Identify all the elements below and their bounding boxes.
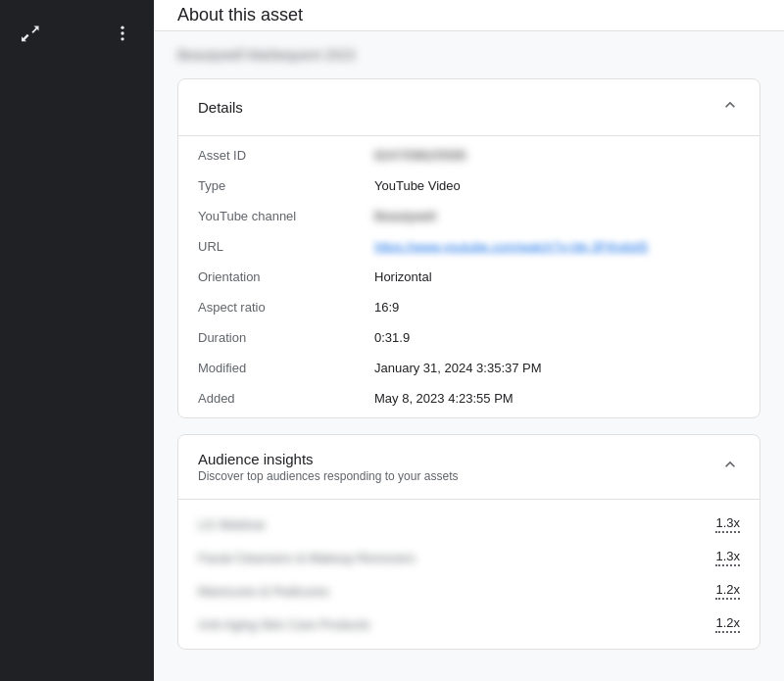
detail-label: Added bbox=[198, 391, 374, 406]
panel-header: About this asset bbox=[154, 0, 784, 31]
audience-collapse-icon[interactable] bbox=[720, 455, 740, 479]
audience-card-header: Audience insights Discover top audiences… bbox=[178, 435, 760, 500]
sidebar bbox=[0, 0, 154, 681]
audience-item-value: 1.2x bbox=[715, 582, 740, 600]
audience-item-label: Anti-Aging Skin Care Products bbox=[198, 617, 370, 632]
details-card-header: Details bbox=[178, 79, 760, 136]
detail-label: Modified bbox=[198, 361, 374, 375]
audience-item-label: Facial Cleansers & Makeup Removers bbox=[198, 551, 416, 565]
detail-label: Duration bbox=[198, 330, 374, 345]
detail-row: URLhttps://www.youtube.com/watch?v=bk-3P… bbox=[178, 231, 760, 262]
audience-row: LG Webinar1.3x bbox=[178, 508, 760, 541]
audience-item-label: LG Webinar bbox=[198, 517, 266, 532]
detail-row: AddedMay 8, 2023 4:23:55 PM bbox=[178, 383, 760, 413]
audience-row: Manicures & Pedicures1.2x bbox=[178, 574, 760, 608]
svg-point-0 bbox=[121, 26, 123, 29]
detail-label: URL bbox=[198, 239, 374, 254]
detail-label: Aspect ratio bbox=[198, 300, 374, 315]
panel-title: About this asset bbox=[177, 5, 303, 25]
audience-item-value: 1.3x bbox=[715, 515, 740, 533]
detail-value[interactable]: https://www.youtube.com/watch?v=bk-3P4nd… bbox=[374, 239, 740, 254]
svg-point-2 bbox=[121, 37, 123, 40]
audience-card: Audience insights Discover top audiences… bbox=[177, 434, 760, 650]
detail-label: YouTube channel bbox=[198, 209, 374, 223]
detail-row: TypeYouTube Video bbox=[178, 170, 760, 201]
detail-value: 16:9 bbox=[374, 300, 740, 315]
audience-item-value: 1.2x bbox=[715, 615, 740, 633]
detail-row: Aspect ratio16:9 bbox=[178, 292, 760, 322]
detail-row: OrientationHorizontal bbox=[178, 262, 760, 292]
detail-label: Type bbox=[198, 178, 374, 193]
audience-subtitle: Discover top audiences responding to you… bbox=[198, 469, 458, 483]
details-collapse-icon[interactable] bbox=[720, 95, 740, 120]
detail-label: Asset ID bbox=[198, 148, 374, 163]
audience-row: Facial Cleansers & Makeup Removers1.3x bbox=[178, 541, 760, 574]
sidebar-toolbar bbox=[0, 10, 154, 57]
detail-value: Beautywell bbox=[374, 209, 740, 223]
details-card: Details Asset ID8247/5962/5595TypeYouTub… bbox=[177, 78, 760, 418]
detail-value: Horizontal bbox=[374, 269, 740, 284]
detail-value: January 31, 2024 3:35:37 PM bbox=[374, 361, 740, 375]
audience-list: LG Webinar1.3xFacial Cleansers & Makeup … bbox=[178, 500, 760, 649]
detail-row: YouTube channelBeautywell bbox=[178, 201, 760, 231]
details-title: Details bbox=[198, 99, 243, 116]
audience-row: Anti-Aging Skin Care Products1.2x bbox=[178, 608, 760, 641]
audience-item-label: Manicures & Pedicures bbox=[198, 584, 329, 599]
detail-row: ModifiedJanuary 31, 2024 3:35:37 PM bbox=[178, 353, 760, 383]
audience-item-value: 1.3x bbox=[715, 549, 740, 566]
audience-title: Audience insights bbox=[198, 451, 458, 467]
detail-value: YouTube Video bbox=[374, 178, 740, 193]
details-table: Asset ID8247/5962/5595TypeYouTube VideoY… bbox=[178, 136, 760, 417]
more-options-button[interactable] bbox=[107, 18, 138, 49]
detail-value: May 8, 2023 4:23:55 PM bbox=[374, 391, 740, 406]
detail-label: Orientation bbox=[198, 269, 374, 284]
detail-row: Asset ID8247/5962/5595 bbox=[178, 140, 760, 170]
expand-button[interactable] bbox=[16, 18, 47, 49]
panel-content: Beautywell Marbequent 2023 Details Asset… bbox=[154, 31, 784, 681]
detail-value: 8247/5962/5595 bbox=[374, 148, 740, 163]
detail-row: Duration0:31.9 bbox=[178, 322, 760, 353]
asset-name: Beautywell Marbequent 2023 bbox=[177, 47, 760, 63]
svg-point-1 bbox=[121, 31, 123, 34]
audience-header-text: Audience insights Discover top audiences… bbox=[198, 451, 458, 483]
detail-value: 0:31.9 bbox=[374, 330, 740, 345]
main-panel: About this asset Beautywell Marbequent 2… bbox=[154, 0, 784, 681]
